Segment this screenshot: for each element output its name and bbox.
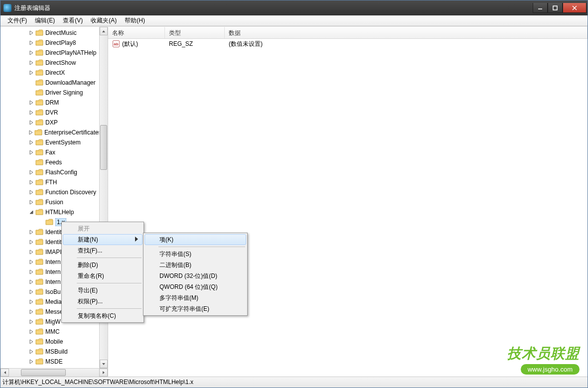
scroll-up-button[interactable]	[100, 27, 108, 35]
tree-item-downloadmanager[interactable]: DownloadManager	[0, 78, 99, 88]
scroll-thumb[interactable]	[100, 125, 107, 170]
expand-icon[interactable]	[28, 299, 34, 305]
maximize-button[interactable]	[548, 3, 563, 13]
scroll-left-button[interactable]	[0, 369, 9, 377]
close-button[interactable]	[563, 3, 587, 13]
tree-item-directplaynathelp[interactable]: DirectPlayNATHelp	[0, 48, 99, 58]
expand-icon[interactable]	[28, 239, 34, 245]
context-menu-item[interactable]: 导出(E)	[63, 285, 143, 296]
expand-icon[interactable]	[28, 329, 34, 335]
expand-icon[interactable]	[28, 229, 34, 235]
expand-icon[interactable]	[28, 30, 34, 36]
expand-icon[interactable]	[28, 70, 34, 76]
expand-icon[interactable]	[28, 50, 34, 56]
menu-file[interactable]: 文件(F)	[3, 15, 31, 26]
scroll-track-h[interactable]	[9, 369, 99, 377]
tree-item-msbuild[interactable]: MSBuild	[0, 347, 99, 357]
expand-icon[interactable]	[28, 199, 34, 205]
expand-icon[interactable]	[28, 259, 34, 265]
expand-icon[interactable]	[28, 100, 34, 106]
tree-item-directplay8[interactable]: DirectPlay8	[0, 38, 99, 48]
tree-item-driver-signing[interactable]: Driver Signing	[0, 88, 99, 98]
folder-icon	[35, 79, 43, 86]
tree-item-label: DirectPlayNATHelp	[45, 49, 96, 56]
submenu-item[interactable]: 可扩充字符串值(E)	[145, 303, 246, 314]
tree-item-dvr[interactable]: DVR	[0, 108, 99, 118]
submenu-item[interactable]: 二进制值(B)	[145, 259, 246, 270]
tree-item-msde[interactable]: MSDE	[0, 357, 99, 367]
tree-item-label: EventSystem	[45, 139, 81, 146]
context-menu[interactable]: 展开新建(N)查找(F)...删除(D)重命名(R)导出(E)权限(P)...复…	[61, 222, 144, 323]
scroll-down-button[interactable]	[100, 360, 108, 368]
col-type[interactable]: 类型	[165, 27, 225, 38]
folder-icon	[35, 169, 43, 176]
tree-item-drm[interactable]: DRM	[0, 98, 99, 108]
expand-icon[interactable]	[28, 309, 34, 315]
context-menu-item[interactable]: 复制项名称(C)	[63, 310, 143, 321]
expand-icon[interactable]	[28, 40, 34, 46]
context-submenu-new[interactable]: 项(K)字符串值(S)二进制值(B)DWORD (32-位)值(D)QWORD …	[143, 233, 248, 316]
context-menu-item[interactable]: 权限(P)...	[63, 296, 143, 307]
tree-item-fax[interactable]: Fax	[0, 147, 99, 157]
tree-item-label: MigW	[45, 318, 61, 325]
expand-icon[interactable]	[28, 319, 34, 325]
values-pane: 名称 类型 数据 ab(默认) REG_SZ (数值未设置)	[108, 27, 588, 377]
tree-hscrollbar[interactable]	[0, 368, 108, 377]
titlebar[interactable]: 注册表编辑器	[0, 0, 588, 15]
expand-icon[interactable]	[28, 120, 34, 126]
tree-item-enterprisecertificates[interactable]: EnterpriseCertificates	[0, 128, 99, 137]
col-data[interactable]: 数据	[225, 27, 588, 38]
expand-icon[interactable]	[28, 169, 34, 175]
tree-pane: DirectMusicDirectPlay8DirectPlayNATHelpD…	[0, 27, 108, 377]
tree-item-flashconfig[interactable]: FlashConfig	[0, 167, 99, 177]
minimize-button[interactable]	[533, 3, 548, 13]
tree-item-mmc[interactable]: MMC	[0, 327, 99, 337]
value-name: (默认)	[122, 40, 138, 47]
expand-icon[interactable]	[28, 349, 34, 355]
context-menu-item[interactable]: 删除(D)	[63, 259, 143, 270]
tree-item-fusion[interactable]: Fusion	[0, 197, 99, 207]
tree-item-feeds[interactable]: Feeds	[0, 157, 99, 167]
col-name[interactable]: 名称	[108, 27, 165, 38]
expand-icon[interactable]	[28, 359, 34, 365]
tree-item-directmusic[interactable]: DirectMusic	[0, 28, 99, 38]
context-menu-item[interactable]: 重命名(R)	[63, 270, 143, 281]
tree-item-htmlhelp[interactable]: HTMLHelp	[0, 207, 99, 217]
expand-icon[interactable]	[28, 129, 33, 135]
scroll-thumb-h[interactable]	[21, 369, 66, 376]
tree-item-directshow[interactable]: DirectShow	[0, 58, 99, 68]
expand-icon[interactable]	[28, 339, 34, 345]
tree-item-dxp[interactable]: DXP	[0, 118, 99, 128]
context-menu-item[interactable]: 新建(N)	[63, 234, 143, 245]
tree-item-eventsystem[interactable]: EventSystem	[0, 137, 99, 147]
tree-item-label: Fusion	[45, 199, 63, 206]
submenu-item[interactable]: 项(K)	[145, 234, 246, 245]
context-menu-item[interactable]: 查找(F)...	[63, 245, 143, 256]
submenu-item[interactable]: DWORD (32-位)值(D)	[145, 270, 246, 281]
submenu-item[interactable]: 字符串值(S)	[145, 249, 246, 259]
expand-icon[interactable]	[28, 60, 34, 66]
expand-icon[interactable]	[28, 149, 34, 155]
menu-help[interactable]: 帮助(H)	[121, 15, 149, 26]
submenu-item[interactable]: QWORD (64 位)值(Q)	[145, 281, 246, 292]
list-row[interactable]: ab(默认) REG_SZ (数值未设置)	[108, 39, 588, 49]
tree-item-mobile[interactable]: Mobile	[0, 337, 99, 347]
menu-view[interactable]: 查看(V)	[59, 15, 87, 26]
expand-icon[interactable]	[28, 189, 34, 195]
expand-icon[interactable]	[28, 139, 34, 145]
collapse-icon[interactable]	[28, 209, 34, 215]
expand-icon[interactable]	[28, 249, 34, 255]
tree-item-function-discovery[interactable]: Function Discovery	[0, 187, 99, 197]
menu-favorites[interactable]: 收藏夹(A)	[87, 15, 121, 26]
menu-edit[interactable]: 编辑(E)	[31, 15, 59, 26]
expand-icon[interactable]	[28, 110, 34, 116]
tree-item-fth[interactable]: FTH	[0, 177, 99, 187]
expand-icon[interactable]	[28, 179, 34, 185]
scroll-right-button[interactable]	[99, 369, 108, 377]
submenu-item[interactable]: 多字符串值(M)	[145, 292, 246, 303]
expand-icon[interactable]	[28, 289, 34, 295]
list-body[interactable]: ab(默认) REG_SZ (数值未设置)	[108, 39, 588, 377]
tree-item-directx[interactable]: DirectX	[0, 68, 99, 78]
expand-icon[interactable]	[28, 269, 34, 275]
expand-icon[interactable]	[28, 279, 34, 285]
